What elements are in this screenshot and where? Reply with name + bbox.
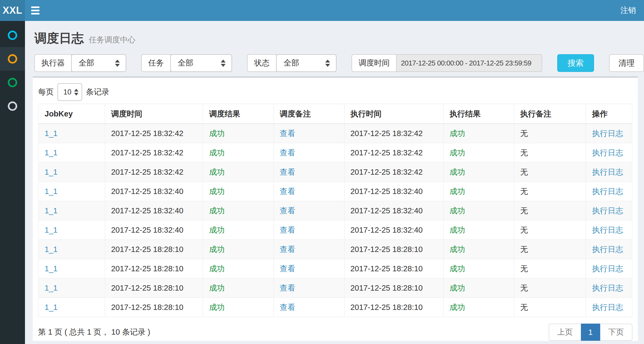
col-header-exec-time: 执行时间	[344, 104, 443, 124]
dispatch-time: 2017-12-25 18:32:42	[105, 124, 203, 143]
exec-log-link[interactable]: 执行日志	[592, 187, 623, 196]
prev-page-button[interactable]: 上页	[549, 324, 581, 341]
table-cell: 1_1	[38, 182, 105, 201]
top-navbar: XXL 注销	[0, 0, 644, 21]
sidebar-item-2[interactable]	[0, 47, 25, 71]
dispatch-result: 成功	[203, 278, 273, 298]
app-logo[interactable]: XXL	[0, 0, 25, 21]
dispatch-result: 成功	[203, 201, 273, 220]
next-page-button[interactable]: 下页	[600, 324, 632, 341]
time-range-input[interactable]: 2017-12-25 00:00:00 - 2017-12-25 23:59:5…	[397, 54, 542, 72]
table-row: 1_12017-12-25 18:28:10成功查看2017-12-25 18:…	[38, 278, 632, 298]
exec-remark: 无	[514, 259, 586, 278]
table-row: 1_12017-12-25 18:28:10成功查看2017-12-25 18:…	[38, 240, 632, 259]
dispatch-time: 2017-12-25 18:32:42	[105, 162, 203, 182]
exec-log-link[interactable]: 执行日志	[592, 148, 623, 157]
exec-log-link[interactable]: 执行日志	[592, 206, 623, 215]
exec-log-link[interactable]: 执行日志	[592, 284, 623, 292]
page-subtitle: 任务调度中心	[89, 35, 135, 44]
table-cell: 1_1	[38, 278, 105, 298]
exec-time: 2017-12-25 18:28:10	[344, 278, 443, 298]
table-cell: 执行日志	[586, 278, 632, 298]
jobkey-link[interactable]: 1_1	[45, 206, 57, 215]
status-select-value: 全部	[284, 58, 299, 68]
exec-log-link[interactable]: 执行日志	[592, 264, 623, 273]
sidebar-item-3[interactable]	[0, 71, 25, 94]
jobkey-link[interactable]: 1_1	[45, 264, 57, 273]
view-dispatch-remark-link[interactable]: 查看	[280, 284, 295, 292]
log-table-body: 1_12017-12-25 18:32:42成功查看2017-12-25 18:…	[38, 124, 632, 317]
logout-link[interactable]: 注销	[620, 0, 636, 21]
view-dispatch-remark-link[interactable]: 查看	[280, 148, 295, 157]
page-size-select[interactable]: 10	[57, 83, 82, 101]
table-header-row: JobKey 调度时间 调度结果 调度备注 执行时间 执行结果 执行备注 操作	[38, 104, 632, 124]
view-dispatch-remark-link[interactable]: 查看	[280, 187, 295, 196]
exec-time: 2017-12-25 18:28:10	[344, 259, 443, 278]
exec-result: 成功	[443, 162, 514, 182]
view-dispatch-remark-link[interactable]: 查看	[280, 303, 295, 312]
executor-select[interactable]: 全部	[71, 54, 126, 72]
exec-remark: 无	[514, 240, 586, 259]
exec-log-link[interactable]: 执行日志	[592, 226, 623, 234]
jobkey-link[interactable]: 1_1	[45, 129, 57, 138]
table-row: 1_12017-12-25 18:28:10成功查看2017-12-25 18:…	[38, 259, 632, 278]
table-row: 1_12017-12-25 18:28:10成功查看2017-12-25 18:…	[38, 298, 632, 317]
exec-result: 成功	[443, 259, 514, 278]
view-dispatch-remark-link[interactable]: 查看	[280, 168, 295, 176]
pagination: 上页 1 下页	[549, 324, 632, 341]
sidebar-toggle-button[interactable]	[25, 0, 45, 21]
table-row: 1_12017-12-25 18:32:40成功查看2017-12-25 18:…	[38, 182, 632, 201]
exec-remark: 无	[514, 182, 586, 201]
page-header: 调度日志 任务调度中心	[25, 21, 644, 47]
page-size-value: 10	[63, 88, 71, 96]
main-content: 调度日志 任务调度中心 执行器 全部 任务 全部 状态 全部	[25, 21, 644, 344]
dispatch-result: 成功	[203, 240, 273, 259]
exec-result: 成功	[443, 220, 514, 240]
col-header-exec-result: 执行结果	[443, 104, 514, 124]
table-cell: 执行日志	[586, 124, 632, 143]
jobkey-link[interactable]: 1_1	[45, 168, 57, 176]
jobkey-link[interactable]: 1_1	[45, 303, 57, 312]
page-1-button[interactable]: 1	[581, 324, 600, 341]
dispatch-time: 2017-12-25 18:28:10	[105, 278, 203, 298]
exec-time: 2017-12-25 18:28:10	[344, 298, 443, 317]
view-dispatch-remark-link[interactable]: 查看	[280, 206, 295, 215]
exec-log-link[interactable]: 执行日志	[592, 303, 623, 312]
view-dispatch-remark-link[interactable]: 查看	[280, 264, 295, 273]
jobkey-link[interactable]: 1_1	[45, 245, 57, 254]
table-row: 1_12017-12-25 18:32:40成功查看2017-12-25 18:…	[38, 201, 632, 220]
page-size-prefix: 每页	[38, 87, 54, 97]
jobkey-link[interactable]: 1_1	[45, 284, 57, 292]
exec-log-link[interactable]: 执行日志	[592, 245, 623, 254]
col-header-jobkey: JobKey	[38, 104, 105, 124]
col-header-dispatch-remark: 调度备注	[274, 104, 344, 124]
exec-result: 成功	[443, 201, 514, 220]
table-row: 1_12017-12-25 18:32:42成功查看2017-12-25 18:…	[38, 124, 632, 143]
clear-button[interactable]: 清理	[609, 54, 644, 72]
exec-log-link[interactable]: 执行日志	[592, 168, 623, 176]
chevron-up-down-icon	[320, 60, 330, 67]
status-filter-group: 状态 全部	[247, 54, 337, 72]
view-dispatch-remark-link[interactable]: 查看	[280, 226, 295, 234]
exec-remark: 无	[514, 298, 586, 317]
status-select[interactable]: 全部	[276, 54, 337, 72]
jobkey-link[interactable]: 1_1	[45, 187, 57, 196]
exec-result: 成功	[443, 240, 514, 259]
table-cell: 1_1	[38, 143, 105, 162]
exec-result: 成功	[443, 143, 514, 162]
table-row: 1_12017-12-25 18:32:42成功查看2017-12-25 18:…	[38, 143, 632, 162]
jobkey-link[interactable]: 1_1	[45, 148, 57, 157]
view-dispatch-remark-link[interactable]: 查看	[280, 129, 295, 138]
job-select[interactable]: 全部	[170, 54, 232, 72]
table-cell: 查看	[274, 143, 344, 162]
search-button[interactable]: 搜索	[557, 54, 594, 72]
exec-log-link[interactable]: 执行日志	[592, 129, 623, 138]
jobkey-link[interactable]: 1_1	[45, 226, 57, 234]
dispatch-result: 成功	[203, 220, 273, 240]
table-cell: 执行日志	[586, 182, 632, 201]
sidebar-item-4[interactable]	[0, 94, 25, 118]
view-dispatch-remark-link[interactable]: 查看	[280, 245, 295, 254]
table-cell: 1_1	[38, 298, 105, 317]
sidebar-item-1[interactable]	[0, 23, 25, 47]
dispatch-time: 2017-12-25 18:32:42	[105, 143, 203, 162]
